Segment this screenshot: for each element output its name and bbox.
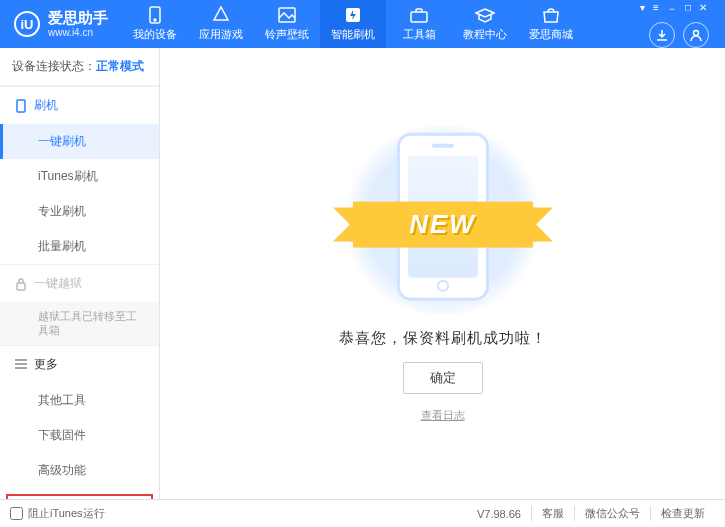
svg-point-1 [154,19,156,21]
more-icon [14,357,28,371]
success-message: 恭喜您，保资料刷机成功啦！ [339,329,547,348]
success-illustration: NEW [343,125,543,315]
svg-point-5 [694,31,699,36]
user-button[interactable] [683,22,709,48]
view-log-link[interactable]: 查看日志 [421,408,465,423]
svg-rect-4 [411,12,427,22]
body: 设备连接状态：正常模式 刷机 一键刷机 iTunes刷机 专业刷机 批量刷机 一… [0,48,725,499]
shop-icon [541,6,561,24]
main-content: NEW 恭喜您，保资料刷机成功啦！ 确定 查看日志 [160,48,725,499]
nav-label: 应用游戏 [199,27,243,42]
lock-icon [14,277,28,291]
section-label: 更多 [34,356,58,373]
wallpaper-icon [277,6,297,24]
checkbox-label: 阻止iTunes运行 [28,506,105,521]
menu-itunes-flash[interactable]: iTunes刷机 [0,159,159,194]
section-label: 一键越狱 [34,275,82,292]
phone-icon [145,6,165,24]
nav-mall[interactable]: 爱思商城 [518,0,584,48]
wechat-link[interactable]: 微信公众号 [574,506,650,521]
status-prefix: 设备连接状态： [12,59,96,73]
logo-icon: iU [14,11,40,37]
menu-download-firmware[interactable]: 下载固件 [0,418,159,453]
graduation-icon [475,6,495,24]
nav-my-device[interactable]: 我的设备 [122,0,188,48]
close-icon[interactable]: ✕ [697,0,709,18]
nav-label: 爱思商城 [529,27,573,42]
new-ribbon: NEW [353,201,533,247]
minimize-icon[interactable]: － [665,0,679,18]
status-bar: 阻止iTunes运行 V7.98.66 客服 微信公众号 检查更新 [0,499,725,527]
maximize-icon[interactable]: □ [683,0,693,18]
nav-label: 铃声壁纸 [265,27,309,42]
toolbox-icon [409,6,429,24]
ok-button[interactable]: 确定 [403,362,483,394]
nav-label: 教程中心 [463,27,507,42]
download-button[interactable] [649,22,675,48]
apps-icon [211,6,231,24]
menu-other-tools[interactable]: 其他工具 [0,383,159,418]
nav-flash[interactable]: 智能刷机 [320,0,386,48]
nav-tutorial[interactable]: 教程中心 [452,0,518,48]
nav-ringtone[interactable]: 铃声壁纸 [254,0,320,48]
app-window: iU 爱思助手 www.i4.cn 我的设备 应用游戏 铃声壁纸 智能刷机 [0,0,725,527]
jailbreak-note: 越狱工具已转移至工具箱 [0,302,159,345]
check-update-link[interactable]: 检查更新 [650,506,715,521]
window-controls: ▾ ≡ － □ ✕ [628,0,725,48]
logo-area: iU 爱思助手 www.i4.cn [0,10,122,38]
nav-toolbox[interactable]: 工具箱 [386,0,452,48]
menu-advanced[interactable]: 高级功能 [0,453,159,488]
section-more[interactable]: 更多 [0,345,159,383]
svg-rect-6 [17,100,25,112]
nav-label: 智能刷机 [331,27,375,42]
support-link[interactable]: 客服 [531,506,574,521]
flash-section-icon [14,99,28,113]
app-url: www.i4.cn [48,27,108,38]
section-label: 刷机 [34,97,58,114]
title-bar: iU 爱思助手 www.i4.cn 我的设备 应用游戏 铃声壁纸 智能刷机 [0,0,725,48]
nav-apps[interactable]: 应用游戏 [188,0,254,48]
status-mode: 正常模式 [96,59,144,73]
svg-rect-7 [17,283,25,290]
menu-icon[interactable]: ▾ [638,0,647,18]
settings-icon[interactable]: ≡ [651,0,661,18]
top-nav: 我的设备 应用游戏 铃声壁纸 智能刷机 工具箱 教程中心 [122,0,628,48]
connection-status: 设备连接状态：正常模式 [0,48,159,86]
menu-one-key-flash[interactable]: 一键刷机 [0,124,159,159]
menu-batch-flash[interactable]: 批量刷机 [0,229,159,264]
version-label: V7.98.66 [467,508,531,520]
block-itunes-checkbox[interactable]: 阻止iTunes运行 [10,506,105,521]
nav-label: 我的设备 [133,27,177,42]
menu-pro-flash[interactable]: 专业刷机 [0,194,159,229]
nav-label: 工具箱 [403,27,436,42]
section-flash[interactable]: 刷机 [0,86,159,124]
section-jailbreak: 一键越狱 [0,264,159,302]
flash-icon [343,6,363,24]
sidebar: 设备连接状态：正常模式 刷机 一键刷机 iTunes刷机 专业刷机 批量刷机 一… [0,48,160,499]
app-title: 爱思助手 [48,10,108,27]
